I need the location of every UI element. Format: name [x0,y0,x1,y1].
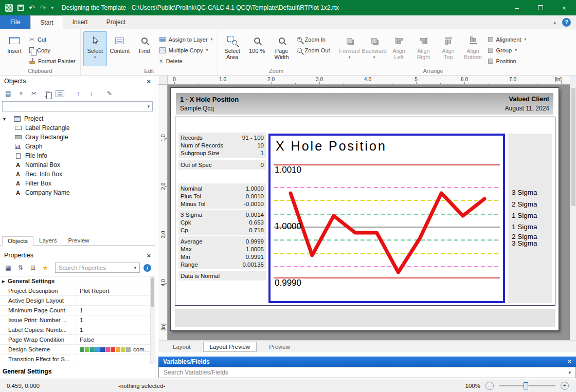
tab-layout-preview[interactable]: Layout Preview [203,342,257,352]
content-button[interactable]: Content [108,31,132,66]
gray-rectangle-object[interactable] [175,309,555,327]
property-row-label-copies-numb[interactable]: Label Copies: Numb...1 [0,325,155,335]
tab-file[interactable]: File [0,15,30,29]
tree-item-label-rectangle[interactable]: Label Rectangle [0,123,155,133]
favorites-star-icon[interactable]: ★ [40,263,51,273]
variables-panel-close-icon[interactable]: × [568,358,571,365]
property-row-page-wrap-condition[interactable]: Page Wrap ConditionFalse [0,335,155,345]
chevron-down-icon[interactable]: ▾ [147,104,150,109]
property-value[interactable]: 1 [77,327,155,333]
stat-block[interactable]: Out of Spec0 [178,160,266,170]
tab-objects[interactable]: Objects [2,236,33,246]
object-filter-combobox[interactable]: ▾ [2,101,153,111]
variables-search-input[interactable]: Search Variables/Fields ▾ [158,367,576,378]
zoom-slider[interactable] [499,382,555,390]
scrollbar-thumb[interactable] [151,277,154,307]
alignment-button[interactable]: Alignment ▾ [486,35,529,44]
tab-preview[interactable]: Preview [63,236,95,245]
forward-button[interactable]: Forward ▾ [338,31,362,66]
objects-panel-close-icon[interactable]: × [147,78,151,85]
delete-button[interactable]: × Delete [157,57,215,65]
category-expand-icon[interactable]: ▶ [2,279,5,284]
select-dropdown-icon[interactable]: ▾ [94,55,96,60]
tree-item-project[interactable]: ▾Project [0,114,155,123]
format-painter-button[interactable]: Format Painter [27,57,78,65]
object-move-up-icon[interactable]: ↑ [73,88,84,99]
property-value[interactable]: 1 [77,307,155,313]
copy-button[interactable]: Copy [27,46,78,54]
canvas-scrollbar[interactable] [570,76,576,340]
tab-layout[interactable]: Layout [160,342,203,351]
property-row-issue-print-number[interactable]: Issue Print: Number ...1 [0,315,155,325]
save-icon[interactable] [17,5,24,11]
stat-block[interactable]: Nominal1.0000Plus Tol0.0010Minus Tol-0.0… [178,183,266,209]
property-value[interactable]: 1 [77,317,155,323]
minimize-button[interactable]: – [505,0,529,15]
insert-button[interactable]: Insert [3,31,26,66]
object-delete-icon[interactable]: × [15,88,27,99]
tree-expand-icon[interactable]: ▾ [3,116,10,122]
property-value[interactable]: com... [77,346,155,352]
property-category-row[interactable]: ▶ General Settings [0,276,155,286]
help-button[interactable]: ? [562,18,571,27]
slider-thumb[interactable] [524,382,528,389]
object-move-down-icon[interactable]: ↓ [85,88,97,99]
tree-item-gray-rectangle[interactable]: Gray Rectangle [0,133,155,142]
tab-preview-view[interactable]: Preview [257,342,302,351]
chevron-down-icon[interactable]: ▾ [134,265,136,270]
maximize-button[interactable] [529,0,552,15]
tab-layers[interactable]: Layers [33,236,63,245]
object-list-icon[interactable]: ▤ [3,88,14,99]
group-button[interactable]: Group ▾ [486,46,529,54]
align-top-button[interactable]: Align Top [437,31,460,66]
property-value[interactable]: Plot Report [77,288,155,294]
stat-block[interactable]: Average0.9999Max1.0005Min0.9991Range0.00… [178,236,266,269]
report-body-frame[interactable]: Records91 - 100Num of Records10Subgroup … [175,117,555,306]
zoom-in-button[interactable]: + Zoom In [295,35,332,44]
property-row-design-scheme[interactable]: Design Schemecom... [0,345,155,354]
align-left-button[interactable]: Align Left [387,31,411,66]
label-rectangle-object[interactable]: 1 - X Hole Position Sample.Qcq Valued Cl… [176,93,553,115]
tree-item-graph[interactable]: Graph [0,142,155,151]
properties-panel-close-icon[interactable]: × [147,252,151,259]
cut-button[interactable]: ✂ Cut [27,35,78,44]
select-area-button[interactable]: Select Area [221,31,244,66]
align-bottom-button[interactable]: Align Bottom [461,31,485,66]
tree-item-filter-box[interactable]: AFilter Box [0,179,155,188]
chevron-down-icon[interactable]: ▾ [568,370,571,375]
property-value[interactable]: False [77,337,155,343]
zoom-out-button[interactable]: – Zoom Out [295,46,332,54]
property-row-minimum-page-count[interactable]: Minimum Page Count1 [0,306,155,315]
properties-scrollbar[interactable] [150,276,155,364]
tree-item-rec-info-box[interactable]: ARec. Info Box [0,170,155,179]
property-row-project-description[interactable]: Project DescriptionPlot Report [0,286,155,296]
object-paste-icon[interactable] [54,88,65,99]
object-cut-icon[interactable]: ✂ [28,88,40,99]
tree-item-company-name[interactable]: ACompany Name [0,188,155,197]
backward-button[interactable]: Backward ▾ [363,31,386,66]
collapse-ribbon-icon[interactable]: ▴ [553,20,556,25]
tree-item-file-info[interactable]: File Info [0,151,155,160]
undo-icon[interactable]: ↶ [29,4,35,11]
zoom-in-circle-button[interactable]: + [561,382,569,390]
canvas[interactable]: 1 - X Hole Position Sample.Qcq Valued Cl… [168,85,570,340]
scrollbar-thumb[interactable] [571,88,575,206]
redo-icon[interactable]: ↷ [40,4,46,11]
property-row-active-design-layout[interactable]: Active Design Layout [0,296,155,306]
find-button[interactable]: Find [133,31,156,66]
variables-panel-header[interactable]: Variables/Fields × [158,357,576,367]
tree-item-nominal-box[interactable]: ANominal Box [0,160,155,170]
info-icon[interactable]: i [143,264,151,272]
tab-start[interactable]: Start [30,15,63,29]
property-row-transition-effect-for-s[interactable]: Transition Effect for S... [0,354,155,364]
close-button[interactable]: × [552,0,576,15]
object-rename-icon[interactable]: ✎ [104,88,115,99]
properties-search-input[interactable]: Search Properties ▾ [55,263,140,273]
stat-block[interactable]: 3 Sigma0.0014Cpk0.653Cp0.718 [178,210,266,235]
select-button[interactable]: Select ▾ [83,31,107,66]
tab-project[interactable]: Project [97,15,135,29]
zoom-out-circle-button[interactable]: – [485,382,494,390]
sort-alphabetical-icon[interactable]: ⇅ [15,263,26,273]
stat-block[interactable]: Data is Normal [178,271,266,281]
page-width-button[interactable]: Page Width [270,31,294,66]
